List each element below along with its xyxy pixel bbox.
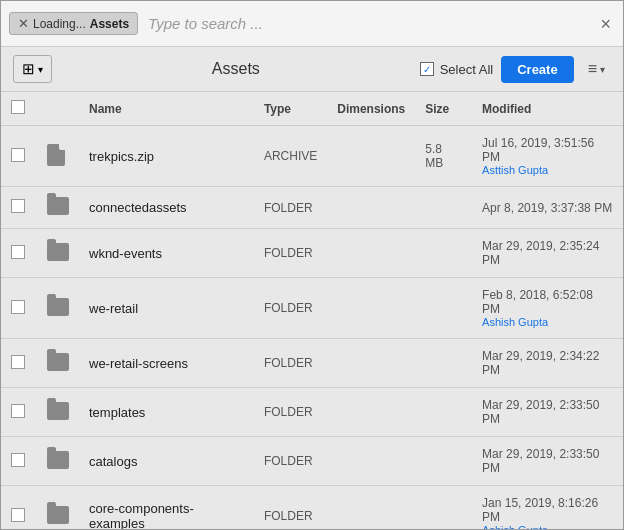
row-dimensions xyxy=(327,126,415,187)
row-dimensions xyxy=(327,486,415,530)
row-size xyxy=(415,388,472,437)
row-checkbox[interactable] xyxy=(11,245,25,259)
chevron-down-icon-sort: ▾ xyxy=(600,64,605,75)
row-modified: Mar 29, 2019, 2:33:50 PM xyxy=(472,437,623,486)
row-checkbox[interactable] xyxy=(11,453,25,467)
table-row[interactable]: core-components-examplesFOLDERJan 15, 20… xyxy=(1,486,623,530)
row-size xyxy=(415,437,472,486)
table-body: trekpics.zipARCHIVE5.8 MBJul 16, 2019, 3… xyxy=(1,126,623,530)
row-icon-cell xyxy=(37,486,79,530)
toolbar-title: Assets xyxy=(60,60,412,78)
select-all-checkbox[interactable] xyxy=(420,62,434,76)
folder-icon xyxy=(47,353,69,371)
row-checkbox[interactable] xyxy=(11,404,25,418)
row-icon-cell xyxy=(37,126,79,187)
toolbar: ⊞ ▾ Assets Select All Create ≡ ▾ xyxy=(1,47,623,92)
row-type: FOLDER xyxy=(254,486,327,530)
row-modified: Apr 8, 2019, 3:37:38 PM xyxy=(472,187,623,229)
row-icon-cell xyxy=(37,388,79,437)
row-type: FOLDER xyxy=(254,388,327,437)
folder-icon xyxy=(47,243,69,261)
row-user: Ashish Gupta xyxy=(482,524,613,529)
row-type: FOLDER xyxy=(254,339,327,388)
row-size xyxy=(415,229,472,278)
table-row[interactable]: we-retailFOLDERFeb 8, 2018, 6:52:08 PMAs… xyxy=(1,278,623,339)
folder-icon xyxy=(47,506,69,524)
row-user: Ashish Gupta xyxy=(482,316,613,328)
folder-icon xyxy=(47,451,69,469)
row-icon-cell xyxy=(37,187,79,229)
breadcrumb-assets: Assets xyxy=(90,17,129,31)
create-button[interactable]: Create xyxy=(501,56,573,83)
x-icon: ✕ xyxy=(18,16,29,31)
row-name: we-retail xyxy=(79,278,254,339)
row-icon-cell xyxy=(37,278,79,339)
header-name: Name xyxy=(79,92,254,126)
row-checkbox[interactable] xyxy=(11,300,25,314)
row-modified: Mar 29, 2019, 2:35:24 PM xyxy=(472,229,623,278)
row-type: ARCHIVE xyxy=(254,126,327,187)
file-icon xyxy=(47,144,65,166)
header-icon-cell xyxy=(37,92,79,126)
row-type: FOLDER xyxy=(254,229,327,278)
search-input[interactable] xyxy=(148,15,590,32)
table-row[interactable]: we-retail-screensFOLDERMar 29, 2019, 2:3… xyxy=(1,339,623,388)
row-size: 5.8 MB xyxy=(415,126,472,187)
folder-icon xyxy=(47,197,69,215)
row-dimensions xyxy=(327,437,415,486)
row-checkbox[interactable] xyxy=(11,508,25,522)
row-modified: Mar 29, 2019, 2:34:22 PM xyxy=(472,339,623,388)
assets-table-wrap: Name Type Dimensions Size Modified trekp… xyxy=(1,92,623,529)
table-row[interactable]: catalogsFOLDERMar 29, 2019, 2:33:50 PM xyxy=(1,437,623,486)
row-checkbox[interactable] xyxy=(11,355,25,369)
row-name: we-retail-screens xyxy=(79,339,254,388)
view-grid-icon: ⊞ xyxy=(22,60,35,78)
folder-icon xyxy=(47,402,69,420)
header-checkbox-cell xyxy=(1,92,37,126)
row-size xyxy=(415,187,472,229)
header-modified: Modified xyxy=(472,92,623,126)
row-modified: Jul 16, 2019, 3:51:56 PMAsttish Gupta xyxy=(472,126,623,187)
row-icon-cell xyxy=(37,339,79,388)
sort-icon: ≡ xyxy=(588,60,597,78)
header-checkbox[interactable] xyxy=(11,100,25,114)
row-size xyxy=(415,278,472,339)
row-name: wknd-events xyxy=(79,229,254,278)
row-icon-cell xyxy=(37,229,79,278)
row-dimensions xyxy=(327,339,415,388)
table-row[interactable]: templatesFOLDERMar 29, 2019, 2:33:50 PM xyxy=(1,388,623,437)
header-size: Size xyxy=(415,92,472,126)
row-dimensions xyxy=(327,278,415,339)
dialog-close-button[interactable]: × xyxy=(596,11,615,37)
table-header-row: Name Type Dimensions Size Modified xyxy=(1,92,623,126)
row-modified: Feb 8, 2018, 6:52:08 PMAshish Gupta xyxy=(472,278,623,339)
breadcrumb-loading: Loading... xyxy=(33,17,86,31)
top-bar: ✕ Loading... Assets × xyxy=(1,1,623,47)
row-icon-cell xyxy=(37,437,79,486)
chevron-down-icon: ▾ xyxy=(38,64,43,75)
row-dimensions xyxy=(327,187,415,229)
view-toggle-button[interactable]: ⊞ ▾ xyxy=(13,55,52,83)
folder-icon xyxy=(47,298,69,316)
sort-button[interactable]: ≡ ▾ xyxy=(582,58,611,80)
select-all-label: Select All xyxy=(440,62,493,77)
row-name: catalogs xyxy=(79,437,254,486)
row-type: FOLDER xyxy=(254,437,327,486)
table-row[interactable]: trekpics.zipARCHIVE5.8 MBJul 16, 2019, 3… xyxy=(1,126,623,187)
search-input-wrap xyxy=(148,15,590,32)
row-dimensions xyxy=(327,229,415,278)
row-type: FOLDER xyxy=(254,187,327,229)
assets-table: Name Type Dimensions Size Modified trekp… xyxy=(1,92,623,529)
header-dimensions: Dimensions xyxy=(327,92,415,126)
header-type: Type xyxy=(254,92,327,126)
row-checkbox[interactable] xyxy=(11,148,25,162)
row-size xyxy=(415,339,472,388)
row-name: core-components-examples xyxy=(79,486,254,530)
row-checkbox[interactable] xyxy=(11,199,25,213)
close-button[interactable]: ✕ Loading... Assets xyxy=(9,12,138,35)
table-row[interactable]: connectedassetsFOLDERApr 8, 2019, 3:37:3… xyxy=(1,187,623,229)
table-row[interactable]: wknd-eventsFOLDERMar 29, 2019, 2:35:24 P… xyxy=(1,229,623,278)
row-name: trekpics.zip xyxy=(79,126,254,187)
row-size xyxy=(415,486,472,530)
row-type: FOLDER xyxy=(254,278,327,339)
